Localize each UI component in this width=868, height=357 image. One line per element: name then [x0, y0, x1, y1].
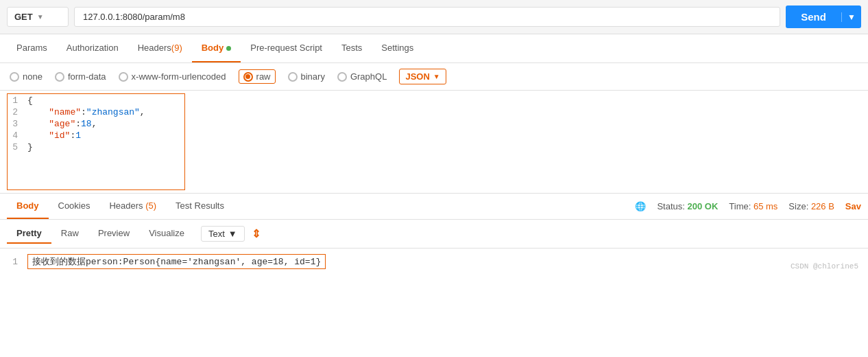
method-label: GET — [14, 12, 33, 22]
code-line-3: 3 "age":18, — [0, 118, 868, 130]
resp-code-line-1: 1 接收到的数据person:Person{name='zhangsan', a… — [0, 253, 868, 270]
resp-tab-cookies[interactable]: Cookies — [49, 194, 100, 219]
tab-prerequest[interactable]: Pre-request Script — [241, 34, 332, 62]
fmt-pretty[interactable]: Pretty — [7, 224, 51, 244]
fmt-preview[interactable]: Preview — [88, 224, 139, 244]
line-num-4: 4 — [0, 130, 27, 141]
text-dropdown-chevron: ▼ — [228, 229, 237, 239]
tab-tests[interactable]: Tests — [332, 34, 372, 62]
size-label: Size: 226 B — [788, 201, 834, 211]
globe-icon: 🌐 — [635, 201, 646, 211]
json-format-dropdown[interactable]: JSON ▼ — [399, 69, 446, 84]
send-dropdown-arrow[interactable]: ▼ — [841, 12, 861, 22]
response-code-area: 1 接收到的数据person:Person{name='zhangsan', a… — [0, 249, 868, 275]
method-select[interactable]: GET ▼ — [7, 7, 69, 27]
radio-none[interactable]: none — [10, 71, 43, 82]
line-num-1: 1 — [0, 95, 27, 106]
response-section: Body Cookies Headers (5) Test Results 🌐 … — [0, 194, 868, 275]
time-label: Time: 65 ms — [729, 201, 777, 211]
code-content-1: { — [27, 95, 868, 106]
resp-text-cn: 接收到的数据 — [32, 257, 86, 267]
radio-graphql-circle — [337, 72, 347, 82]
code-content-5: } — [27, 142, 868, 152]
radio-binary-circle — [288, 72, 298, 82]
code-editor[interactable]: 1 { 2 "name":"zhangsan", 3 "age":18, 4 "… — [0, 91, 868, 194]
code-content-4: "id":1 — [27, 130, 868, 141]
radio-urlencoded-circle — [119, 72, 128, 82]
radio-formdata[interactable]: form-data — [55, 71, 106, 82]
radio-raw-circle — [243, 72, 253, 82]
text-format-dropdown[interactable]: Text ▼ — [201, 226, 245, 242]
radio-formdata-circle — [55, 72, 64, 82]
app-container: GET ▼ Send ▼ Params Authorization Header… — [0, 0, 868, 275]
request-tabs: Params Authorization Headers(9) Body Pre… — [0, 34, 868, 63]
line-num-2: 2 — [0, 107, 27, 117]
send-label: Send — [786, 11, 841, 23]
resp-tab-headers[interactable]: Headers (5) — [99, 194, 166, 219]
resp-format-row: Pretty Raw Preview Visualize Text ▼ ⇕ — [0, 220, 868, 249]
url-bar: GET ▼ Send ▼ — [0, 0, 868, 34]
save-button[interactable]: Sav — [845, 201, 861, 211]
headers-badge: (9) — [171, 43, 182, 53]
size-value: 226 B — [811, 201, 834, 211]
radio-binary[interactable]: binary — [288, 71, 325, 82]
json-dropdown-chevron: ▼ — [433, 73, 440, 80]
tab-settings[interactable]: Settings — [372, 34, 423, 62]
code-line-4: 4 "id":1 — [0, 130, 868, 141]
resp-tab-testresults[interactable]: Test Results — [166, 194, 234, 219]
code-content-2: "name":"zhangsan", — [27, 107, 868, 117]
status-value: 200 OK — [687, 201, 718, 211]
resp-line-num-1: 1 — [0, 257, 27, 267]
body-type-row: none form-data x-www-form-urlencoded raw… — [0, 63, 868, 91]
tab-params[interactable]: Params — [7, 34, 57, 62]
fmt-raw[interactable]: Raw — [51, 224, 88, 244]
text-format-label: Text — [208, 229, 225, 239]
resp-border-box: 接收到的数据person:Person{name='zhangsan', age… — [27, 254, 326, 269]
method-chevron: ▼ — [37, 13, 44, 21]
resp-tab-body[interactable]: Body — [7, 194, 49, 219]
send-button[interactable]: Send ▼ — [786, 5, 861, 28]
fmt-visualize[interactable]: Visualize — [139, 224, 194, 244]
resp-code-content-1: 接收到的数据person:Person{name='zhangsan', age… — [27, 254, 868, 269]
tab-body[interactable]: Body — [192, 34, 241, 62]
body-dot — [226, 46, 231, 51]
wrap-icon[interactable]: ⇕ — [252, 227, 261, 240]
code-line-2: 2 "name":"zhangsan", — [0, 106, 868, 118]
watermark: CSDN @chlorine5 — [791, 262, 858, 270]
url-input[interactable] — [74, 7, 780, 27]
json-format-label: JSON — [405, 71, 429, 82]
code-line-1: 1 { — [0, 95, 868, 106]
tab-authorization[interactable]: Authorization — [57, 34, 128, 62]
time-value: 65 ms — [754, 201, 777, 211]
radio-none-circle — [10, 72, 19, 82]
line-num-3: 3 — [0, 119, 27, 129]
code-line-5: 5 } — [0, 141, 868, 153]
response-status-area: 🌐 Status: 200 OK Time: 65 ms Size: 226 B… — [635, 201, 861, 211]
radio-raw[interactable]: raw — [239, 69, 276, 84]
radio-graphql[interactable]: GraphQL — [337, 71, 387, 82]
resp-text-en: person:Person{name='zhangsan', age=18, i… — [86, 257, 321, 267]
status-label: Status: 200 OK — [657, 201, 718, 211]
resp-headers-badge: (5) — [143, 200, 157, 211]
response-tabs-row: Body Cookies Headers (5) Test Results 🌐 … — [0, 194, 868, 220]
tab-headers[interactable]: Headers(9) — [128, 34, 192, 62]
radio-urlencoded[interactable]: x-www-form-urlencoded — [119, 71, 226, 82]
line-num-5: 5 — [0, 142, 27, 152]
code-content-3: "age":18, — [27, 119, 868, 129]
